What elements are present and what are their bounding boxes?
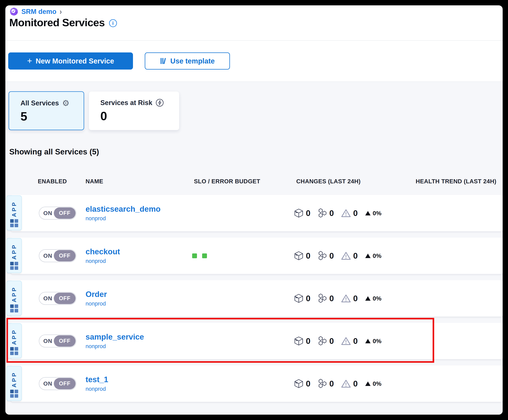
breadcrumb: SRM demo › [10,7,62,16]
hexagons-icon [318,336,327,346]
changes-cell: 0 0 0 0% [294,365,382,402]
all-services-card[interactable]: All Services ⚙ 5 [8,91,84,130]
plus-icon: + [27,56,32,66]
app-grid-icon [10,304,18,312]
trend-up-icon [365,339,371,343]
enabled-toggle[interactable]: ON OFF [39,377,76,390]
new-monitored-service-label: New Monitored Service [36,57,114,65]
package-icon [294,208,304,218]
service-env-label: nonprod [86,343,144,350]
services-at-risk-card[interactable]: Services at Risk 0 [89,91,179,130]
app-type-badge: APP [7,323,22,358]
trend-up-icon [365,382,371,386]
changes-cell: 0 0 0 0% [294,323,382,359]
page-title: Monitored Services [9,16,105,29]
app-type-badge: APP [7,281,22,316]
title-row: Monitored Services i [9,16,117,29]
package-icon [294,336,304,346]
slo-budget-square [192,253,197,258]
hexagons-icon [318,293,327,303]
app-badge-label: APP [11,244,17,260]
enabled-toggle[interactable]: ON OFF [39,207,76,219]
hexagons-icon [318,208,327,218]
changes-cell: 0 0 0 0% [294,280,382,316]
use-template-label: Use template [170,57,215,65]
table-row: APP ON OFF test_1 nonprod 0 [11,365,503,402]
toggle-thumb: OFF [54,335,76,347]
gear-icon: ⚙ [62,99,69,107]
list-heading: Showing all Services (5) [9,147,99,156]
service-env-label: nonprod [86,215,161,222]
service-name-link[interactable]: elasticsearch_demo [86,205,161,213]
table-row: APP ON OFF sample_service nonprod 0 [11,323,503,359]
warning-icon [341,379,351,388]
service-name-link[interactable]: Order [86,290,107,299]
all-services-count: 5 [21,109,84,123]
service-name-link[interactable]: checkout [86,247,120,256]
template-library-icon [160,57,167,65]
app-badge-label: APP [11,329,17,345]
app-grid-icon [10,347,18,355]
enabled-toggle[interactable]: ON OFF [39,335,76,347]
toggle-thumb: OFF [54,250,76,262]
service-name-link[interactable]: test_1 [86,375,108,384]
enabled-toggle[interactable]: ON OFF [39,249,76,262]
app-type-badge: APP [7,366,22,401]
service-name-link[interactable]: sample_service [86,332,144,341]
content-area: All Services ⚙ 5 Services at Risk 0 Show… [5,82,503,415]
app-grid-icon [10,262,18,270]
table-row: APP ON OFF checkout nonprod [11,238,503,274]
app-badge-label: APP [11,201,17,217]
app-grid-icon [10,219,18,227]
toggle-thumb: OFF [54,378,76,389]
bolt-icon [156,99,164,107]
toggle-thumb: OFF [54,207,76,219]
srm-app-icon [10,7,18,16]
service-env-label: nonprod [86,386,108,392]
app-badge-label: APP [11,286,17,302]
table-row: APP ON OFF elasticsearch_demo nonprod 0 [11,195,503,231]
column-header-name: NAME [86,178,103,185]
column-header-slo: SLO / ERROR BUDGET [194,178,260,185]
app-type-badge: APP [7,238,22,273]
trend-up-icon [365,211,371,215]
changes-cell: 0 0 0 0% [294,238,382,274]
service-env-label: nonprod [86,258,120,264]
warning-icon [341,337,351,345]
header-divider [5,40,503,41]
breadcrumb-link[interactable]: SRM demo [21,8,56,15]
hexagons-icon [318,251,327,261]
enabled-toggle[interactable]: ON OFF [39,292,76,305]
slo-budget-square [202,253,207,258]
changes-cell: 0 0 0 0% [294,195,382,231]
warning-icon [341,294,351,303]
package-icon [294,251,304,261]
warning-icon [341,251,351,260]
column-header-health-trend: HEALTH TREND (LAST 24H) [416,178,496,185]
toolbar: + New Monitored Service Use template [8,52,230,69]
table-row: APP ON OFF Order nonprod 0 [11,280,503,316]
chevron-right-icon: › [59,7,62,16]
services-at-risk-label: Services at Risk [100,99,152,107]
app-type-badge: APP [7,195,22,230]
app-window: SRM demo › Monitored Services i + New Mo… [5,5,503,415]
column-header-changes: CHANGES (LAST 24H) [296,178,361,185]
trend-up-icon [365,254,371,258]
warning-icon [341,209,351,218]
app-grid-icon [10,390,18,398]
package-icon [294,379,304,389]
slo-budget-cell [192,238,207,274]
all-services-label: All Services [21,99,59,107]
service-env-label: nonprod [86,300,107,307]
services-at-risk-count: 0 [100,109,179,123]
app-badge-label: APP [11,371,17,388]
trend-up-icon [365,296,371,301]
column-header-enabled: ENABLED [38,178,67,185]
new-monitored-service-button[interactable]: + New Monitored Service [8,52,133,69]
use-template-button[interactable]: Use template [145,52,230,69]
info-icon[interactable]: i [109,19,117,27]
package-icon [294,293,304,303]
toggle-thumb: OFF [54,293,76,304]
hexagons-icon [318,379,327,389]
